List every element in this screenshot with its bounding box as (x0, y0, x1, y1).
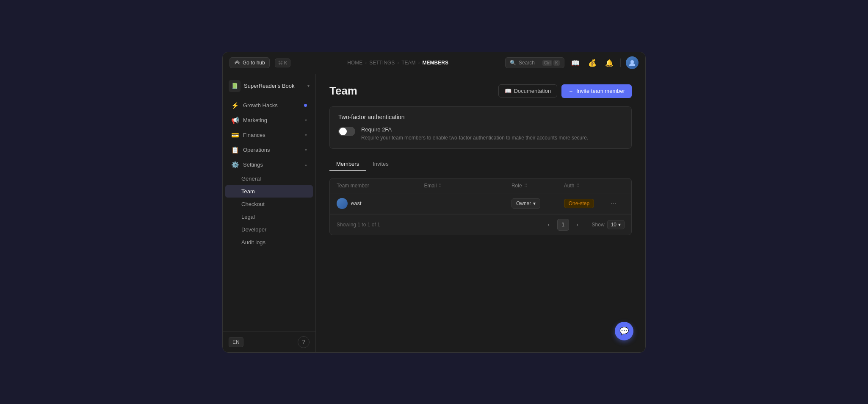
sidebar-item-audit-logs[interactable]: Audit logs (225, 236, 313, 248)
invite-team-member-button[interactable]: ＋ Invite team member (561, 84, 632, 98)
sidebar-item-developer[interactable]: Developer (225, 223, 313, 236)
sidebar-item-label: Finances (243, 132, 301, 138)
next-page-button[interactable]: › (572, 219, 583, 231)
prev-page-button[interactable]: ‹ (543, 219, 555, 231)
show-count-dropdown[interactable]: 10 ▾ (607, 220, 625, 229)
documentation-button[interactable]: 📖 Documentation (498, 84, 557, 98)
sidebar-item-checkout[interactable]: Checkout (225, 198, 313, 210)
sidebar-item-growth-hacks[interactable]: ⚡ Growth Hacks (225, 98, 313, 113)
search-box[interactable]: 🔍 Search Ctrl K (505, 57, 564, 68)
breadcrumb-sep1: › (365, 60, 367, 66)
user-avatar[interactable] (626, 56, 639, 69)
pagination-row: Showing 1 to 1 of 1 ‹ 1 › Show 10 (330, 214, 631, 235)
svg-point-0 (630, 60, 634, 64)
sidebar-sublabel: Developer (241, 226, 266, 233)
auth-badge: One-step (564, 199, 594, 208)
go-to-hub-label: Go to hub (243, 60, 265, 66)
members-table: Team member Email ⠿ Role ⠿ Auth ⠿ (329, 178, 632, 235)
tabs: Members Invites (329, 157, 632, 171)
chat-fab-button[interactable]: 💬 (615, 322, 633, 340)
coin-icon[interactable]: 💰 (586, 57, 598, 69)
sidebar-sublabel: Audit logs (241, 239, 265, 245)
content-wrapper: Team 📖 Documentation ＋ Invite team membe… (316, 74, 645, 352)
chat-icon: 💬 (619, 326, 629, 336)
table-header: Team member Email ⠿ Role ⠿ Auth ⠿ (330, 178, 631, 193)
col-dots-icon: ⠿ (524, 183, 527, 188)
sidebar-item-label: Operations (243, 147, 301, 153)
bell-icon[interactable]: 🔔 (603, 57, 615, 69)
more-options-button[interactable]: ··· (608, 198, 619, 209)
breadcrumb: HOME › SETTINGS › TEAM › MEMBERS (296, 60, 500, 66)
tab-invites[interactable]: Invites (366, 157, 395, 171)
kbd-icon: ⌘ (278, 60, 283, 65)
sidebar-footer: EN ? (223, 332, 315, 352)
sidebar: 📗 SuperReader's Book ▾ ⚡ Growth Hacks 📢 … (223, 74, 316, 352)
sidebar-item-legal[interactable]: Legal (225, 211, 313, 223)
nav-dot (304, 104, 307, 107)
marketing-icon: 📢 (231, 117, 239, 124)
col-dots-icon: ⠿ (576, 183, 579, 188)
twofa-description: Require your team members to enable two-… (361, 134, 588, 142)
chevron-down-icon: ▾ (305, 118, 307, 123)
sidebar-item-marketing[interactable]: 📢 Marketing ▾ (225, 113, 313, 128)
divider (620, 59, 621, 67)
col-role: Role ⠿ (511, 183, 564, 189)
twofa-row: Require 2FA Require your team members to… (338, 126, 623, 142)
page-1-button[interactable]: 1 (557, 219, 569, 231)
member-cell: east (337, 198, 424, 209)
help-button[interactable]: ? (298, 336, 310, 348)
chevron-down-icon: ▾ (305, 148, 307, 152)
finances-icon: 💳 (231, 131, 239, 139)
sidebar-item-finances[interactable]: 💳 Finances ▾ (225, 128, 313, 142)
twofa-card: Two-factor authentication Require 2FA Re… (329, 106, 632, 149)
sidebar-item-operations[interactable]: 📋 Operations ▾ (225, 143, 313, 157)
chevron-down-icon: ▾ (305, 133, 307, 137)
pagination-controls: ‹ 1 › (543, 219, 583, 231)
workspace-header[interactable]: 📗 SuperReader's Book ▾ (223, 74, 315, 96)
tab-members[interactable]: Members (329, 157, 366, 171)
top-icons: 📖 💰 🔔 (569, 56, 639, 69)
twofa-title: Two-factor authentication (338, 114, 623, 120)
search-icon: 🔍 (510, 60, 516, 66)
sidebar-item-settings[interactable]: ⚙️ Settings ▴ (225, 158, 313, 172)
logo-icon (234, 60, 240, 66)
chevron-down-icon: ▾ (533, 201, 536, 206)
require-2fa-toggle[interactable] (338, 127, 355, 136)
breadcrumb-sep2: › (397, 60, 399, 66)
role-cell: Owner ▾ (511, 198, 564, 209)
sidebar-sublabel: Team (241, 188, 255, 195)
role-badge[interactable]: Owner ▾ (511, 198, 540, 209)
col-team-member: Team member (337, 183, 424, 189)
go-to-hub-button[interactable]: Go to hub (229, 57, 270, 68)
sidebar-item-team[interactable]: Team (225, 185, 313, 198)
pagination-info: Showing 1 to 1 of 1 (337, 222, 543, 228)
col-email: Email ⠿ (424, 183, 511, 189)
book-open-icon: 📖 (505, 88, 511, 94)
sidebar-item-general[interactable]: General (225, 173, 313, 185)
header-actions: 📖 Documentation ＋ Invite team member (498, 84, 632, 98)
twofa-label: Require 2FA (361, 126, 588, 133)
sidebar-sublabel: Checkout (241, 201, 265, 207)
chevron-up-icon: ▴ (305, 162, 307, 167)
operations-icon: 📋 (231, 146, 239, 154)
breadcrumb-members: MEMBERS (423, 60, 448, 66)
workspace-name: SuperReader's Book (244, 83, 304, 89)
col-dots-icon: ⠿ (439, 183, 442, 188)
twofa-text: Require 2FA Require your team members to… (361, 126, 588, 142)
show-label: Show (592, 222, 605, 228)
sidebar-item-label: Settings (243, 162, 301, 168)
book-icon[interactable]: 📖 (569, 57, 581, 69)
kbd-shortcut[interactable]: ⌘ K (275, 59, 290, 67)
breadcrumb-settings[interactable]: SETTINGS (369, 60, 395, 66)
workspace-chevron-icon: ▾ (307, 84, 310, 88)
member-avatar (337, 198, 348, 209)
growth-hacks-icon: ⚡ (231, 102, 239, 109)
language-badge[interactable]: EN (229, 337, 243, 347)
content-header: Team 📖 Documentation ＋ Invite team membe… (329, 84, 632, 98)
breadcrumb-team[interactable]: TEAM (401, 60, 415, 66)
search-label: Search (519, 60, 535, 66)
sidebar-sublabel: General (241, 176, 261, 182)
breadcrumb-home[interactable]: HOME (347, 60, 362, 66)
sidebar-item-label: Growth Hacks (243, 102, 300, 109)
col-auth: Auth ⠿ (564, 183, 608, 189)
